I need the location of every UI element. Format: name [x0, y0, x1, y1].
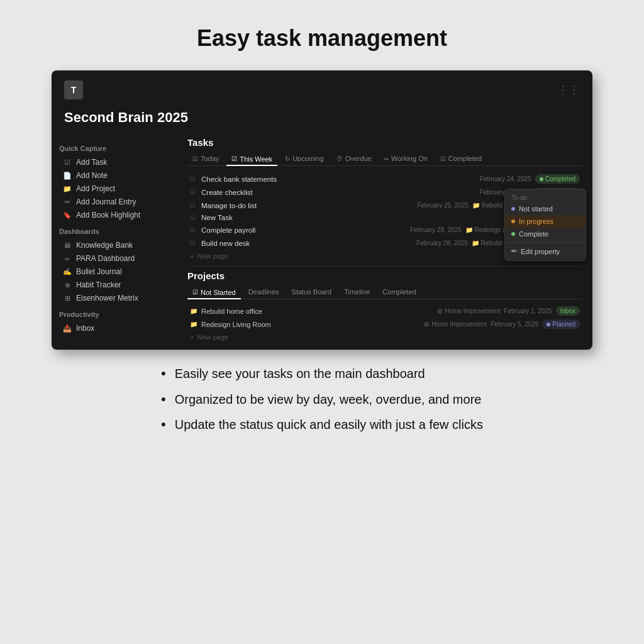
context-item-in-progress[interactable]: In progress — [505, 215, 586, 228]
dot-green — [511, 232, 515, 236]
plus-icon: + — [190, 252, 194, 260]
list-item[interactable]: 📁 Redesign Living Room ⊞ Home Improvemen… — [187, 318, 582, 331]
project-status-badge[interactable]: Inbox — [556, 306, 580, 316]
bullet-dot: • — [161, 391, 166, 409]
bullet-item-1: • Easily see your tasks on the main dash… — [161, 365, 483, 383]
tab-this-week[interactable]: ☑ This Week — [226, 153, 277, 166]
today-icon: ☑ — [192, 155, 198, 162]
check-icon: ☑ — [190, 189, 197, 196]
check-icon: ☑ — [190, 214, 197, 221]
main-content: Tasks ☑ Today ☑ This Week ↻ Upcoming ⏱ O… — [177, 132, 592, 350]
tab-not-started[interactable]: ☑ Not Started — [187, 286, 241, 299]
app-logo: T — [64, 80, 83, 99]
bullet-item-2: • Organized to be view by day, week, ove… — [161, 391, 483, 409]
project-name: Redesign Living Room — [201, 321, 420, 328]
check-icon: ☑ — [190, 240, 197, 247]
task-name: Complete payroll — [201, 226, 406, 234]
dot-orange — [511, 219, 515, 223]
edit-icon: ✏ — [511, 247, 517, 255]
context-edit-property[interactable]: ✏ Edit property — [505, 245, 586, 258]
sidebar-item-add-highlight[interactable]: 🔖 Add Book Highlight — [59, 209, 170, 221]
tab-working-on[interactable]: ═ Working On — [379, 153, 433, 164]
week-icon: ☑ — [231, 155, 237, 162]
folder-icon: 📁 — [190, 321, 197, 328]
sidebar-item-knowledge-bank[interactable]: 🏛 Knowledge Bank — [59, 239, 170, 252]
journal-icon: ✍ — [63, 268, 72, 276]
completed-icon: ☑ — [440, 155, 446, 162]
project-status-badge[interactable]: Planned — [542, 319, 580, 329]
sidebar-item-add-note[interactable]: 📄 Add Note — [59, 169, 170, 182]
plus-icon: + — [190, 333, 194, 341]
tasks-section-title: Tasks — [187, 137, 582, 148]
bank-icon: 🏛 — [63, 242, 72, 249]
context-section-label: To-do — [505, 192, 586, 203]
tab-status-board[interactable]: Status Board — [287, 286, 337, 297]
not-started-icon: ☑ — [192, 289, 198, 296]
task-name: Build new desk — [201, 240, 413, 247]
projects-section-title: Projects — [187, 270, 582, 281]
tab-projects-completed[interactable]: Completed — [377, 286, 421, 297]
task-name: Manage to-do list — [201, 202, 413, 209]
grid-icon: ⊞ — [424, 321, 429, 328]
context-item-not-started[interactable]: Not started — [505, 203, 586, 215]
dot-green — [540, 177, 543, 181]
grid-icon: ⊞ — [437, 308, 442, 314]
check-icon: ☑ — [190, 175, 197, 182]
status-badge[interactable]: Completed — [535, 174, 580, 184]
checkbox-icon: ☑ — [63, 158, 72, 167]
context-item-complete[interactable]: Complete — [505, 228, 586, 240]
bullets-section: • Easily see your tasks on the main dash… — [155, 365, 489, 441]
task-name: Create checklist — [201, 189, 475, 196]
tab-completed[interactable]: ☑ Completed — [435, 153, 487, 164]
list-item[interactable]: 📁 Rebuild home office ⊞ Home Improvement… — [187, 304, 582, 318]
project-date: February 1, 2025 — [504, 308, 552, 314]
dashboards-title: Dashboards — [59, 228, 170, 235]
edit-icon: ✏ — [63, 198, 72, 206]
project-name: Rebuild home office — [201, 308, 433, 315]
bookmark-icon: 🔖 — [63, 211, 72, 219]
sidebar-item-inbox[interactable]: 📥 Inbox — [59, 322, 170, 335]
context-divider — [505, 242, 586, 243]
context-menu: To-do Not started In progress Complete ✏… — [504, 189, 586, 261]
sidebar-item-habit-tracker[interactable]: ⊕ Habit Tracker — [59, 279, 170, 291]
matrix-icon: ⊞ — [63, 294, 72, 303]
project-category: ⊞ Home Improvement — [437, 308, 500, 314]
habit-icon: ⊕ — [63, 281, 72, 289]
tab-deadlines[interactable]: Deadlines — [243, 286, 284, 297]
page-title: Easy task management — [197, 25, 447, 52]
section-divider — [187, 266, 582, 267]
check-icon: ☑ — [190, 226, 197, 233]
tasks-tab-bar: ☑ Today ☑ This Week ↻ Upcoming ⏱ Overdue… — [187, 153, 582, 166]
sidebar-item-eisenhower[interactable]: ⊞ Eisenhower Metrix — [59, 292, 170, 304]
sidebar-item-bullet-journal[interactable]: ✍ Bullet Journal — [59, 265, 170, 278]
sidebar-item-add-project[interactable]: 📁 Add Project — [59, 182, 170, 195]
task-name: Check bank statements — [201, 175, 476, 183]
overdue-icon: ⏱ — [336, 155, 343, 162]
tab-today[interactable]: ☑ Today — [187, 153, 224, 164]
working-icon: ═ — [384, 155, 389, 162]
tab-overdue[interactable]: ⏱ Overdue — [331, 153, 377, 164]
projects-tab-bar: ☑ Not Started Deadlines Status Board Tim… — [187, 286, 582, 299]
sidebar-item-add-journal[interactable]: ✏ Add Journal Entry — [59, 196, 170, 208]
infinity-icon: ∞ — [63, 255, 72, 262]
bullet-dot: • — [161, 416, 166, 434]
app-screenshot: T ⋮⋮ Second Brain 2025 Quick Capture ☑ A… — [52, 70, 592, 350]
inbox-icon: 📥 — [63, 325, 72, 333]
tab-upcoming[interactable]: ↻ Upcoming — [280, 153, 329, 164]
note-icon: 📄 — [63, 172, 72, 180]
sidebar-item-para-dashboard[interactable]: ∞ PARA Dashboard — [59, 252, 170, 265]
sidebar: Quick Capture ☑ Add Task 📄 Add Note 📁 Ad… — [52, 132, 177, 350]
sidebar-item-add-task[interactable]: ☑ Add Task — [59, 156, 170, 169]
upcoming-icon: ↻ — [285, 155, 290, 162]
folder-icon: 📁 — [63, 185, 72, 193]
task-name: New Task — [201, 214, 526, 221]
tab-timeline[interactable]: Timeline — [339, 286, 375, 297]
table-row[interactable]: ☑ Check bank statements February 24, 202… — [187, 172, 582, 186]
dot-blue — [511, 207, 515, 211]
folder-icon: 📁 — [190, 308, 197, 314]
project-category: ⊞ Home Improvement — [424, 321, 487, 328]
dot-blue — [547, 323, 550, 326]
app-topbar: T ⋮⋮ — [52, 70, 592, 104]
projects-new-page[interactable]: + New page — [187, 331, 582, 343]
workspace-title: Second Brain 2025 — [52, 109, 592, 132]
